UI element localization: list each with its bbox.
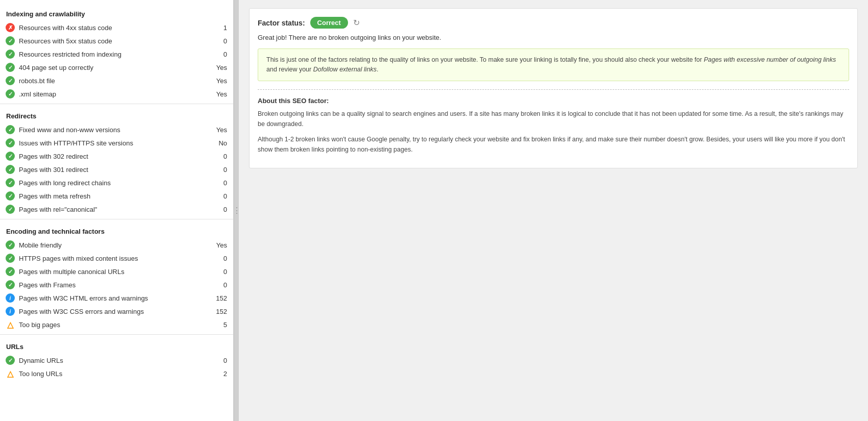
list-item-rel-canonical[interactable]: ✓Pages with rel="canonical"0 xyxy=(0,203,233,216)
item-value-too-big: 5 xyxy=(212,321,227,329)
icon-meta-refresh: ✓ xyxy=(6,191,15,201)
item-value-pages-frames: 0 xyxy=(212,281,227,289)
item-label-https-mixed: HTTPS pages with mixed content issues xyxy=(19,255,212,262)
icon-w3c-html: i xyxy=(6,293,15,303)
list-item-dynamic-urls[interactable]: ✓Dynamic URLs0 xyxy=(0,354,233,367)
success-message: Great job! There are no broken outgoing … xyxy=(258,34,849,41)
list-item-xml-sitemap[interactable]: ✓.xml sitemapYes xyxy=(0,87,233,101)
section-title-urls: URLs xyxy=(0,338,233,354)
about-title: About this SEO factor: xyxy=(258,97,849,105)
list-item-too-long-urls[interactable]: △Too long URLs2 xyxy=(0,367,233,380)
factor-status-label: Factor status: xyxy=(258,19,305,27)
item-label-resources-restricted: Resources restricted from indexing xyxy=(19,51,212,58)
left-panel: Indexing and crawlability✗Resources with… xyxy=(0,0,235,421)
icon-https-mixed: ✓ xyxy=(6,254,15,263)
list-item-https-mixed[interactable]: ✓HTTPS pages with mixed content issues0 xyxy=(0,252,233,265)
refresh-icon[interactable]: ↻ xyxy=(353,18,360,28)
item-value-http-https: No xyxy=(212,139,227,147)
list-item-mobile-friendly[interactable]: ✓Mobile friendlyYes xyxy=(0,238,233,252)
item-value-w3c-css: 152 xyxy=(212,308,227,315)
info-text-2: and review your xyxy=(266,66,313,73)
icon-resources-5xx: ✓ xyxy=(6,36,15,45)
icon-302-redirect: ✓ xyxy=(6,152,15,161)
item-value-fixed-www: Yes xyxy=(212,126,227,134)
item-value-too-long-urls: 2 xyxy=(212,370,227,378)
item-label-dynamic-urls: Dynamic URLs xyxy=(19,357,212,364)
list-item-robots[interactable]: ✓robots.bt fileYes xyxy=(0,74,233,87)
icon-301-redirect: ✓ xyxy=(6,165,15,174)
item-label-too-long-urls: Too long URLs xyxy=(19,370,212,378)
item-label-xml-sitemap: .xml sitemap xyxy=(19,90,212,98)
info-text-1: This is just one of the factors relating… xyxy=(266,56,704,63)
icon-long-redirect: ✓ xyxy=(6,178,15,187)
list-item-http-https[interactable]: ✓Issues with HTTP/HTTPS site versionsNo xyxy=(0,136,233,150)
divider-0 xyxy=(0,104,233,104)
drag-handle[interactable] xyxy=(235,0,239,421)
info-text-3: . xyxy=(377,66,378,73)
item-label-pages-frames: Pages with Frames xyxy=(19,281,212,289)
item-label-http-https: Issues with HTTP/HTTPS site versions xyxy=(19,139,212,147)
icon-resources-restricted: ✓ xyxy=(6,49,15,59)
list-item-resources-4xx[interactable]: ✗Resources with 4xx status code1 xyxy=(0,21,233,34)
item-value-xml-sitemap: Yes xyxy=(212,90,227,98)
status-badge: Correct xyxy=(310,17,348,29)
list-item-301-redirect[interactable]: ✓Pages with 301 redirect0 xyxy=(0,163,233,176)
item-value-404-setup: Yes xyxy=(212,64,227,71)
icon-resources-4xx: ✗ xyxy=(6,23,15,32)
item-label-long-redirect: Pages with long redirect chains xyxy=(19,179,212,187)
list-item-fixed-www[interactable]: ✓Fixed www and non-www versionsYes xyxy=(0,123,233,136)
section-title-redirects: Redirects xyxy=(0,107,233,123)
item-value-resources-5xx: 0 xyxy=(212,37,227,45)
item-value-rel-canonical: 0 xyxy=(212,206,227,213)
info-link-1[interactable]: Pages with excessive number of outgoing … xyxy=(704,56,836,63)
divider-2 xyxy=(0,334,233,335)
icon-mobile-friendly: ✓ xyxy=(6,240,15,250)
item-value-meta-refresh: 0 xyxy=(212,192,227,200)
list-item-too-big[interactable]: △Too big pages5 xyxy=(0,318,233,331)
item-value-resources-4xx: 1 xyxy=(212,24,227,32)
item-value-mobile-friendly: Yes xyxy=(212,241,227,249)
list-item-pages-frames[interactable]: ✓Pages with Frames0 xyxy=(0,278,233,291)
item-value-resources-restricted: 0 xyxy=(212,51,227,58)
info-link-2[interactable]: Dofollow external links xyxy=(313,66,377,73)
about-para-2: Although 1-2 broken links won't cause Go… xyxy=(258,134,849,155)
icon-robots: ✓ xyxy=(6,76,15,85)
list-item-meta-refresh[interactable]: ✓Pages with meta refresh0 xyxy=(0,189,233,203)
list-item-302-redirect[interactable]: ✓Pages with 302 redirect0 xyxy=(0,150,233,163)
about-para-1: Broken outgoing links can be a quality s… xyxy=(258,109,849,129)
icon-pages-frames: ✓ xyxy=(6,280,15,289)
item-label-multiple-canonical: Pages with multiple canonical URLs xyxy=(19,268,212,276)
list-item-404-setup[interactable]: ✓404 page set up correctlyYes xyxy=(0,61,233,74)
item-label-too-big: Too big pages xyxy=(19,321,212,329)
item-label-mobile-friendly: Mobile friendly xyxy=(19,241,212,249)
section-title-encoding: Encoding and technical factors xyxy=(0,222,233,238)
item-value-302-redirect: 0 xyxy=(212,153,227,160)
icon-xml-sitemap: ✓ xyxy=(6,89,15,98)
separator xyxy=(258,89,849,90)
item-value-301-redirect: 0 xyxy=(212,166,227,174)
list-item-resources-5xx[interactable]: ✓Resources with 5xx status code0 xyxy=(0,34,233,47)
item-label-w3c-html: Pages with W3C HTML errors and warnings xyxy=(19,294,212,302)
list-item-multiple-canonical[interactable]: ✓Pages with multiple canonical URLs0 xyxy=(0,265,233,278)
item-value-dynamic-urls: 0 xyxy=(212,357,227,364)
list-item-long-redirect[interactable]: ✓Pages with long redirect chains0 xyxy=(0,176,233,189)
item-value-https-mixed: 0 xyxy=(212,255,227,262)
icon-dynamic-urls: ✓ xyxy=(6,356,15,365)
item-label-404-setup: 404 page set up correctly xyxy=(19,64,212,71)
item-value-robots: Yes xyxy=(212,77,227,85)
icon-fixed-www: ✓ xyxy=(6,125,15,134)
list-item-w3c-css[interactable]: iPages with W3C CSS errors and warnings1… xyxy=(0,305,233,318)
icon-rel-canonical: ✓ xyxy=(6,205,15,214)
icon-http-https: ✓ xyxy=(6,138,15,147)
divider-1 xyxy=(0,219,233,219)
icon-multiple-canonical: ✓ xyxy=(6,267,15,276)
content-card: Factor status: Correct ↻ Great job! Ther… xyxy=(249,8,858,168)
icon-w3c-css: i xyxy=(6,307,15,316)
item-label-resources-4xx: Resources with 4xx status code xyxy=(19,24,212,32)
icon-too-long-urls: △ xyxy=(6,369,15,378)
list-item-w3c-html[interactable]: iPages with W3C HTML errors and warnings… xyxy=(0,291,233,305)
info-box: This is just one of the factors relating… xyxy=(258,48,849,81)
icon-too-big: △ xyxy=(6,320,15,329)
list-item-resources-restricted[interactable]: ✓Resources restricted from indexing0 xyxy=(0,47,233,61)
icon-404-setup: ✓ xyxy=(6,63,15,72)
